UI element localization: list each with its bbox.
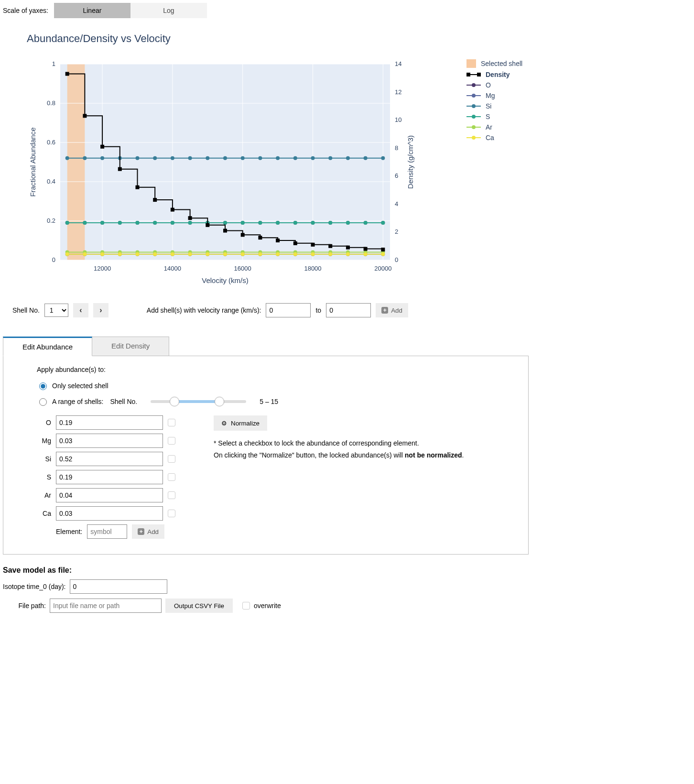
svg-point-148: [381, 252, 385, 256]
svg-point-143: [293, 252, 297, 256]
legend-si[interactable]: Si: [466, 102, 522, 110]
yaxis-scale-control: Scale of yaxes: Linear Log: [3, 3, 691, 18]
svg-text:0.8: 0.8: [47, 99, 55, 107]
isotope-label: Isotope time_0 (day):: [3, 583, 66, 590]
abundance-lock-o[interactable]: [168, 419, 175, 426]
shell-prev-button[interactable]: ‹: [73, 303, 88, 317]
scale-log-button[interactable]: Log: [130, 3, 207, 18]
svg-point-83: [241, 156, 245, 160]
overwrite-checkbox[interactable]: [242, 602, 250, 610]
abundance-lock-mg[interactable]: [168, 437, 175, 445]
hint-lock: * Select a checkbox to lock the abundanc…: [214, 437, 464, 449]
radio-range[interactable]: [39, 398, 47, 406]
legend-selected-shell[interactable]: Selected shell: [466, 59, 522, 68]
range-thumb-low[interactable]: [170, 397, 179, 406]
svg-point-145: [328, 252, 332, 256]
add-shell-label: Add shell(s) with velocity range (km/s):: [147, 306, 261, 314]
svg-rect-158: [223, 229, 227, 233]
legend-density[interactable]: Density: [466, 71, 522, 78]
svg-rect-156: [188, 216, 192, 220]
overwrite-label: overwrite: [254, 602, 281, 610]
svg-point-91: [381, 156, 385, 160]
shell-next-button[interactable]: ›: [93, 303, 108, 317]
add-element-input[interactable]: [87, 524, 127, 539]
svg-text:Fractional Abundance: Fractional Abundance: [29, 127, 37, 196]
velocity-to-input[interactable]: [326, 303, 371, 317]
svg-point-110: [381, 221, 385, 225]
normalize-button[interactable]: ⚙ Normalize: [214, 415, 267, 431]
svg-rect-157: [206, 223, 209, 227]
legend-ca[interactable]: Ca: [466, 134, 522, 142]
svg-point-147: [364, 252, 368, 256]
add-element-button[interactable]: +Add: [132, 524, 164, 539]
svg-point-132: [100, 252, 104, 256]
legend-swatch-shell: [466, 59, 476, 68]
svg-point-146: [346, 252, 350, 256]
chart-legend: Selected shell Density OMgSiSArCa: [466, 59, 522, 289]
shell-range-slider[interactable]: [151, 400, 246, 403]
svg-point-142: [276, 252, 280, 256]
tabbar: Edit Abundance Edit Density: [3, 337, 529, 356]
svg-point-136: [171, 252, 174, 256]
svg-text:12000: 12000: [94, 265, 111, 272]
svg-point-81: [206, 156, 209, 160]
scale-linear-button[interactable]: Linear: [54, 3, 130, 18]
abundance-input-ca[interactable]: [56, 506, 163, 521]
svg-point-131: [83, 252, 87, 256]
legend-mg[interactable]: Mg: [466, 92, 522, 99]
abundance-lock-ca[interactable]: [168, 510, 175, 517]
abundance-label-mg: Mg: [37, 437, 51, 445]
abundance-input-s[interactable]: [56, 470, 163, 484]
abundance-lock-si[interactable]: [168, 455, 175, 463]
svg-rect-152: [118, 167, 122, 171]
svg-point-133: [118, 252, 122, 256]
shell-no-select[interactable]: 1: [44, 304, 68, 317]
abundance-row-si: Si: [37, 452, 175, 466]
svg-point-87: [311, 156, 315, 160]
svg-text:16000: 16000: [234, 265, 251, 272]
abundance-input-mg[interactable]: [56, 434, 163, 448]
add-element-label: Element:: [56, 528, 82, 535]
svg-point-79: [171, 156, 174, 160]
svg-point-134: [135, 252, 139, 256]
chart-plot[interactable]: 00.20.40.60.8102468101214120001400016000…: [27, 59, 419, 289]
abundance-label-s: S: [37, 473, 51, 481]
svg-point-106: [311, 221, 315, 225]
legend-s[interactable]: S: [466, 113, 522, 120]
abundance-lock-ar[interactable]: [168, 491, 175, 499]
tab-edit-abundance[interactable]: Edit Abundance: [3, 337, 92, 356]
abundance-input-ar[interactable]: [56, 488, 163, 502]
svg-point-99: [188, 221, 192, 225]
svg-rect-149: [65, 72, 69, 76]
legend-marker-s-icon: [466, 116, 481, 117]
svg-rect-161: [276, 239, 280, 242]
legend-ar[interactable]: Ar: [466, 123, 522, 131]
filepath-input[interactable]: [50, 599, 162, 613]
svg-text:20000: 20000: [374, 265, 391, 272]
output-csvy-button[interactable]: Output CSVY File: [165, 599, 233, 613]
svg-point-144: [311, 252, 315, 256]
range-values-text: 5 – 15: [260, 398, 278, 405]
radio-only-selected[interactable]: [39, 382, 47, 390]
hint-normalize: On clicking the "Normalize" button, the …: [214, 449, 464, 461]
svg-rect-164: [328, 244, 332, 248]
abundance-input-o[interactable]: [56, 415, 163, 430]
svg-point-139: [223, 252, 227, 256]
tab-edit-density[interactable]: Edit Density: [92, 337, 169, 356]
add-shell-button[interactable]: + Add: [376, 303, 408, 317]
svg-point-78: [153, 156, 157, 160]
svg-point-130: [65, 252, 69, 256]
velocity-from-input[interactable]: [266, 303, 311, 317]
legend-marker-si-icon: [466, 106, 481, 107]
abundance-row-ar: Ar: [37, 488, 175, 502]
abundance-label-ar: Ar: [37, 491, 51, 499]
abundance-lock-s[interactable]: [168, 473, 175, 481]
range-thumb-high[interactable]: [215, 397, 224, 406]
svg-rect-151: [100, 145, 104, 149]
svg-point-101: [223, 221, 227, 225]
legend-o[interactable]: O: [466, 81, 522, 89]
isotope-input[interactable]: [70, 579, 167, 594]
shell-no-label: Shell No.: [12, 306, 40, 314]
abundance-input-si[interactable]: [56, 452, 163, 466]
abundance-label-ca: Ca: [37, 510, 51, 517]
